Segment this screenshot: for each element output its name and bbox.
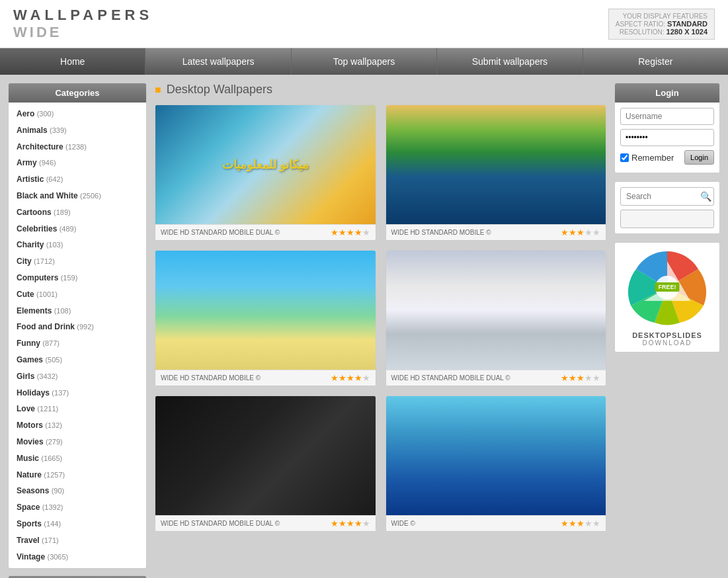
resolution-info: RESOLUTION: 1280 X 1024 xyxy=(616,28,708,36)
category-sports[interactable]: Sports (144) xyxy=(17,519,61,528)
list-item[interactable]: City (1712) xyxy=(14,253,141,270)
list-item[interactable]: Vintage (3065) xyxy=(14,549,141,565)
resolution-label: RESOLUTION: xyxy=(620,28,665,36)
category-army[interactable]: Army (946) xyxy=(17,158,56,167)
nav-home[interactable]: Home xyxy=(0,48,145,75)
username-input[interactable] xyxy=(620,108,714,125)
category-seasons[interactable]: Seasons (90) xyxy=(17,486,64,495)
wallpaper-card[interactable]: WIDE © ★★★★★ xyxy=(385,395,607,532)
list-item[interactable]: Motors (132) xyxy=(14,417,141,434)
category-space[interactable]: Space (1392) xyxy=(17,503,63,512)
categories-box: Categories Aero (300) Animals (339) Arch… xyxy=(8,83,147,569)
list-item[interactable]: Food and Drink (992) xyxy=(14,319,141,335)
category-artistic[interactable]: Artistic (642) xyxy=(17,175,63,184)
category-holidays[interactable]: Holidays (137) xyxy=(17,388,69,397)
category-vintage[interactable]: Vintage (3065) xyxy=(17,552,68,561)
list-item[interactable]: Artistic (642) xyxy=(14,171,141,188)
category-food[interactable]: Food and Drink (992) xyxy=(17,322,94,331)
category-nature[interactable]: Nature (1257) xyxy=(17,470,65,479)
category-bw[interactable]: Black and White (2506) xyxy=(17,191,101,200)
wallpaper-meta: WIDE HD STANDARD MOBILE DUAL © xyxy=(391,374,510,382)
list-item[interactable]: Army (946) xyxy=(14,155,141,171)
login-header: Login xyxy=(615,83,719,103)
category-computers[interactable]: Computers (159) xyxy=(17,273,77,282)
list-item[interactable]: Funny (877) xyxy=(14,335,141,352)
wallpaper-card[interactable]: WIDE HD STANDARD MOBILE © ★★★★★ xyxy=(385,104,607,241)
category-love[interactable]: Love (1211) xyxy=(17,404,58,413)
wallpaper-card[interactable]: WIDE HD STANDARD MOBILE DUAL © ★★★★★ xyxy=(385,250,607,386)
list-item[interactable]: Aero (300) xyxy=(14,106,141,122)
category-cartoons[interactable]: Cartoons (189) xyxy=(17,208,71,217)
wallpaper-card[interactable]: WIDE HD STANDARD MOBILE DUAL © ★★★★★ xyxy=(155,395,376,532)
search-input-wrap: 🔍 xyxy=(620,187,714,206)
wallpaper-card[interactable]: WIDE HD STANDARD MOBILE © ★★★★★ xyxy=(155,250,376,386)
category-aero[interactable]: Aero (300) xyxy=(17,109,54,118)
wallpaper-image xyxy=(386,251,606,370)
login-button[interactable]: Login xyxy=(684,150,714,165)
category-girls[interactable]: Girls (3432) xyxy=(17,372,58,381)
star-rating: ★★★★★ xyxy=(331,227,370,237)
list-item[interactable]: Cartoons (189) xyxy=(14,204,141,221)
wallpaper-meta: WIDE HD STANDARD MOBILE © xyxy=(391,229,491,236)
star-rating: ★★★★★ xyxy=(331,518,370,528)
nav-submit[interactable]: Submit wallpapers xyxy=(437,48,583,75)
nav-latest[interactable]: Latest wallpapers xyxy=(145,48,291,75)
category-elements[interactable]: Elements (108) xyxy=(17,306,71,315)
nav-register[interactable]: Register xyxy=(583,48,728,75)
list-item[interactable]: Seasons (90) xyxy=(14,483,141,499)
category-funny[interactable]: Funny (877) xyxy=(17,339,60,348)
category-games[interactable]: Games (505) xyxy=(17,355,62,364)
list-item[interactable]: Animals (339) xyxy=(14,122,141,139)
list-item[interactable]: Movies (279) xyxy=(14,434,141,450)
right-sidebar: Login Remember Login xyxy=(614,83,720,578)
list-item[interactable]: Holidays (137) xyxy=(14,385,141,401)
aspect-info: ASPECT RATIO: STANDARD xyxy=(616,20,708,28)
category-celebrities[interactable]: Celebrities (489) xyxy=(17,224,76,233)
filter-box: Filter by Aspect Ratio Wide Standard Mob… xyxy=(8,575,147,578)
remember-checkbox[interactable] xyxy=(620,153,629,162)
wallpaper-meta: WIDE © xyxy=(391,520,415,527)
resolution-value: 1280 X 1024 xyxy=(667,28,708,36)
list-item[interactable]: Love (1211) xyxy=(14,401,141,417)
wallpaper-meta: WIDE HD STANDARD MOBILE DUAL © xyxy=(161,520,280,527)
star-rating: ★★★★★ xyxy=(561,518,600,528)
display-label: YOUR DISPLAY FEATURES xyxy=(616,13,708,20)
list-item[interactable]: Games (505) xyxy=(14,352,141,368)
category-city[interactable]: City (1712) xyxy=(17,257,55,266)
wallpaper-card[interactable]: ميكانو للمعلوميات WIDE HD STANDARD MOBIL… xyxy=(155,104,376,241)
category-motors[interactable]: Motors (132) xyxy=(17,421,62,430)
sidebar: Categories Aero (300) Animals (339) Arch… xyxy=(8,83,147,578)
list-item[interactable]: Space (1392) xyxy=(14,499,141,516)
section-title: ■ Desktop Wallpapers xyxy=(155,83,606,97)
wallpaper-grid: ميكانو للمعلوميات WIDE HD STANDARD MOBIL… xyxy=(155,104,606,532)
search-button[interactable]: 🔍 xyxy=(700,191,711,202)
list-item[interactable]: Sports (144) xyxy=(14,516,141,532)
list-item[interactable]: Nature (1257) xyxy=(14,467,141,483)
nav-top[interactable]: Top wallpapers xyxy=(292,48,437,75)
list-item[interactable]: Charity (103) xyxy=(14,237,141,253)
list-item[interactable]: Black and White (2506) xyxy=(14,188,141,204)
list-item[interactable]: Music (1665) xyxy=(14,450,141,467)
list-item[interactable]: Cute (1001) xyxy=(14,286,141,303)
wallpaper-meta: WIDE HD STANDARD MOBILE © xyxy=(161,374,261,382)
category-cute[interactable]: Cute (1001) xyxy=(17,290,58,299)
wallpaper-footer: WIDE © ★★★★★ xyxy=(386,515,606,531)
category-music[interactable]: Music (1665) xyxy=(17,454,62,463)
category-animals[interactable]: Animals (339) xyxy=(17,126,67,135)
wallpaper-footer: WIDE HD STANDARD MOBILE DUAL © ★★★★★ xyxy=(155,515,376,531)
login-content: Remember Login xyxy=(615,103,719,173)
list-item[interactable]: Computers (159) xyxy=(14,270,141,286)
category-charity[interactable]: Charity (103) xyxy=(17,240,63,249)
list-item[interactable]: Architecture (1238) xyxy=(14,139,141,155)
list-item[interactable]: Celebrities (489) xyxy=(14,221,141,237)
wallpaper-image xyxy=(386,105,606,224)
category-architecture[interactable]: Architecture (1238) xyxy=(17,142,87,151)
aspect-value: STANDARD xyxy=(667,20,708,28)
category-travel[interactable]: Travel (171) xyxy=(17,536,59,545)
list-item[interactable]: Elements (108) xyxy=(14,303,141,319)
password-input[interactable] xyxy=(620,129,714,146)
desktopslides-box[interactable]: FREE! DESKTOPSLIDES DOWNLOAD xyxy=(614,242,720,352)
category-movies[interactable]: Movies (279) xyxy=(17,437,63,446)
list-item[interactable]: Travel (171) xyxy=(14,532,141,549)
list-item[interactable]: Girls (3432) xyxy=(14,368,141,385)
